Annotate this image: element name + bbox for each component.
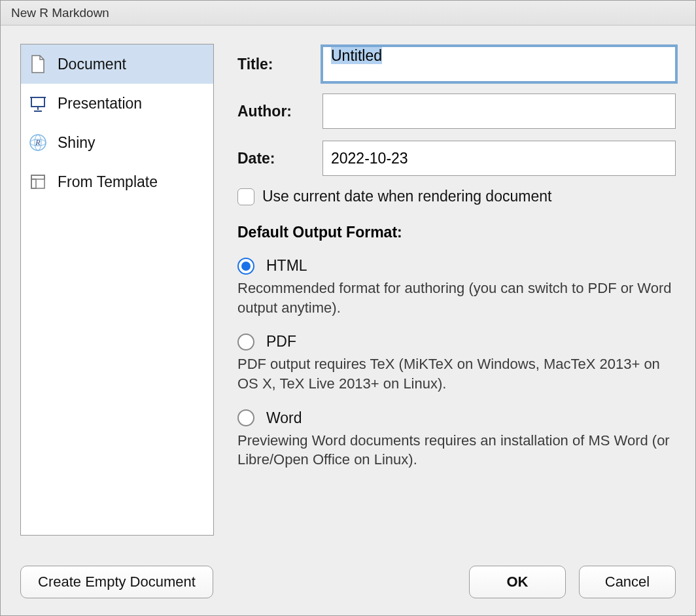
radio-pdf-label: PDF <box>266 333 296 351</box>
author-input[interactable] <box>322 94 676 129</box>
output-format-group: HTML Recommended format for authoring (y… <box>237 257 676 470</box>
author-row: Author: <box>237 94 676 129</box>
type-sidebar: Document Presentation <box>20 44 214 536</box>
use-current-date-checkbox[interactable] <box>237 188 254 205</box>
radio-pdf-description: PDF output requires TeX (MiKTeX on Windo… <box>237 354 676 393</box>
date-label: Date: <box>237 150 322 167</box>
sidebar-item-label: From Template <box>58 173 158 191</box>
output-format-pdf: PDF PDF output requires TeX (MiKTeX on W… <box>237 333 676 393</box>
template-icon <box>29 173 47 191</box>
use-current-date-row: Use current date when rendering document <box>237 188 676 205</box>
window-title: New R Markdown <box>11 6 109 20</box>
radio-html[interactable] <box>237 258 254 275</box>
author-label: Author: <box>237 103 322 120</box>
svg-rect-10 <box>31 179 36 188</box>
date-row: Date: <box>237 141 676 176</box>
radio-html-description: Recommended format for authoring (you ca… <box>237 279 676 317</box>
radio-word[interactable] <box>237 409 254 426</box>
output-format-word: Word Previewing Word documents requires … <box>237 409 676 470</box>
presentation-icon <box>29 94 47 112</box>
sidebar-item-presentation[interactable]: Presentation <box>21 84 213 123</box>
ok-button[interactable]: OK <box>469 566 566 598</box>
output-format-heading: Default Output Format: <box>237 224 676 241</box>
title-input[interactable]: Untitled <box>322 46 676 82</box>
sidebar-item-document[interactable]: Document <box>21 44 213 84</box>
radio-word-description: Previewing Word documents requires an in… <box>237 431 676 470</box>
cancel-button[interactable]: Cancel <box>579 566 676 598</box>
form-panel: Title: Untitled Author: Date: Use curren… <box>237 44 676 551</box>
svg-rect-8 <box>31 175 44 188</box>
title-label: Title: <box>237 56 322 73</box>
svg-rect-9 <box>31 175 44 179</box>
new-rmarkdown-dialog: New R Markdown Document <box>0 0 696 616</box>
date-input[interactable] <box>322 141 676 176</box>
sidebar-item-from-template[interactable]: From Template <box>21 162 213 201</box>
sidebar-item-label: Shiny <box>58 134 96 152</box>
sidebar-item-label: Presentation <box>58 95 142 112</box>
shiny-icon: R <box>29 133 47 152</box>
window-titlebar: New R Markdown <box>1 1 695 26</box>
title-value: Untitled <box>331 47 382 64</box>
radio-html-label: HTML <box>266 257 307 275</box>
title-row: Title: Untitled <box>237 46 676 82</box>
document-icon <box>29 55 47 73</box>
dialog-content: Document Presentation <box>1 26 695 551</box>
dialog-footer: Create Empty Document OK Cancel <box>1 551 695 615</box>
radio-word-label: Word <box>266 409 302 427</box>
sidebar-item-shiny[interactable]: R Shiny <box>21 123 213 162</box>
svg-text:R: R <box>35 138 41 147</box>
create-empty-document-button[interactable]: Create Empty Document <box>20 566 213 598</box>
output-format-html: HTML Recommended format for authoring (y… <box>237 257 676 317</box>
sidebar-item-label: Document <box>58 56 126 73</box>
use-current-date-label: Use current date when rendering document <box>262 188 551 205</box>
radio-pdf[interactable] <box>237 334 254 351</box>
svg-rect-0 <box>31 97 44 107</box>
